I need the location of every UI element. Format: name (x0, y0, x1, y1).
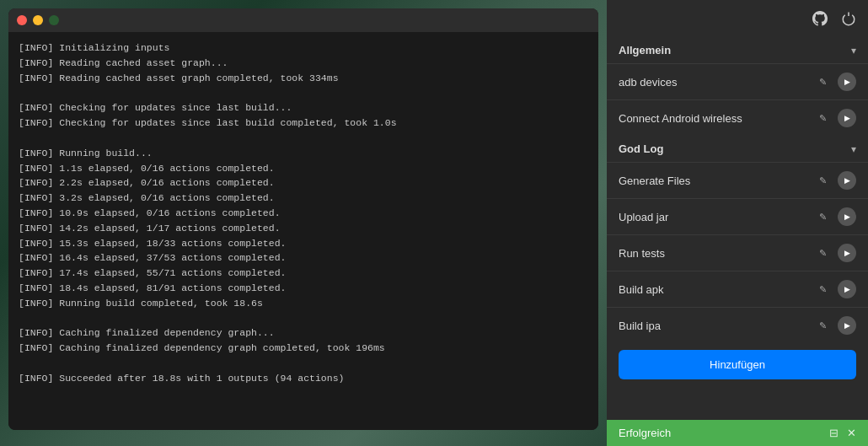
success-text: Erfolgreich (619, 427, 671, 439)
terminal-log-line: [INFO] Checking for updates since last b… (19, 116, 588, 131)
section-allgemein-label: Allgemein (619, 44, 671, 56)
build-ipa-label: Build ipa (619, 320, 814, 332)
terminal-empty-line (19, 311, 588, 326)
minimize-button[interactable] (33, 15, 43, 25)
minimize-icon[interactable]: ⊟ (829, 427, 839, 439)
connect-android-label: Connect Android wireless (619, 112, 814, 125)
section-god-log-label: God Log (619, 142, 663, 155)
sidebar-header (607, 0, 868, 37)
terminal-log-line: [INFO] Initializing inputs (19, 40, 588, 56)
terminal-log-line: [INFO] 16.4s elapsed, 37/53 actions comp… (19, 250, 588, 266)
adb-devices-actions: ✎ ▶ (814, 73, 856, 91)
terminal-log-line: [INFO] Checking for updates since last b… (19, 100, 588, 116)
sidebar-item-adb-devices[interactable]: adb devices ✎ ▶ (607, 63, 868, 99)
terminal-panel: [INFO] Initializing inputs[INFO] Reading… (8, 8, 598, 430)
build-apk-label: Build apk (619, 283, 814, 296)
terminal-log-line: [INFO] Caching finalized dependency grap… (19, 341, 588, 356)
sidebar: Allgemein ▾ adb devices ✎ ▶ Connect Andr… (607, 0, 868, 446)
terminal-log-line: [INFO] 1.1s elapsed, 0/16 actions comple… (19, 161, 588, 176)
terminal-titlebar (8, 8, 598, 32)
section-allgemein[interactable]: Allgemein ▾ (607, 37, 868, 63)
play-icon[interactable]: ▶ (838, 73, 856, 91)
play-icon[interactable]: ▶ (838, 171, 856, 190)
section-god-log[interactable]: God Log ▾ (607, 136, 868, 162)
close-icon[interactable]: ✕ (847, 427, 856, 439)
run-tests-actions: ✎ ▶ (814, 244, 856, 262)
edit-icon[interactable]: ✎ (814, 110, 831, 126)
success-bar: Erfolgreich ⊟ ✕ (607, 420, 868, 446)
terminal-log-line: [INFO] Caching finalized dependency grap… (19, 325, 588, 341)
play-icon[interactable]: ▶ (838, 316, 856, 335)
sidebar-item-upload-jar[interactable]: Upload jar ✎ ▶ (607, 198, 868, 234)
chevron-down-icon: ▾ (851, 143, 856, 155)
chevron-down-icon: ▾ (851, 45, 856, 56)
play-icon[interactable]: ▶ (838, 280, 856, 298)
close-button[interactable] (17, 15, 27, 25)
connect-android-actions: ✎ ▶ (814, 109, 856, 127)
build-ipa-actions: ✎ ▶ (814, 316, 856, 335)
edit-icon[interactable]: ✎ (814, 73, 831, 90)
terminal-log-line: [INFO] 17.4s elapsed, 55/71 actions comp… (19, 266, 588, 281)
terminal-log-line: [INFO] Reading cached asset graph... (19, 56, 588, 71)
terminal-empty-line (19, 356, 588, 371)
edit-icon[interactable]: ✎ (814, 244, 831, 261)
terminal-log-line: [INFO] Succeeded after 18.8s with 1 outp… (19, 371, 588, 386)
power-icon[interactable] (839, 9, 858, 28)
play-icon[interactable]: ▶ (838, 244, 856, 262)
terminal-empty-line (19, 131, 588, 146)
github-icon[interactable] (811, 9, 829, 28)
terminal-empty-line (19, 85, 588, 100)
terminal-log-line: [INFO] Reading cached asset graph comple… (19, 71, 588, 86)
run-tests-label: Run tests (619, 247, 814, 260)
edit-icon[interactable]: ✎ (814, 172, 831, 189)
sidebar-item-build-apk[interactable]: Build apk ✎ ▶ (607, 271, 868, 307)
add-button[interactable]: Hinzufügen (619, 350, 856, 379)
edit-icon[interactable]: ✎ (814, 317, 831, 334)
terminal-log-line: [INFO] 2.2s elapsed, 0/16 actions comple… (19, 175, 588, 191)
success-actions: ⊟ ✕ (829, 427, 856, 439)
build-apk-actions: ✎ ▶ (814, 280, 856, 298)
terminal-log-line: [INFO] 3.2s elapsed, 0/16 actions comple… (19, 191, 588, 206)
sidebar-item-connect-android[interactable]: Connect Android wireless ✎ ▶ (607, 99, 868, 136)
upload-jar-label: Upload jar (619, 211, 814, 223)
maximize-button[interactable] (49, 15, 59, 25)
terminal-log-line: [INFO] 18.4s elapsed, 81/91 actions comp… (19, 281, 588, 296)
sidebar-item-run-tests[interactable]: Run tests ✎ ▶ (607, 234, 868, 271)
sidebar-item-build-ipa[interactable]: Build ipa ✎ ▶ (607, 307, 868, 343)
sidebar-item-generate-files[interactable]: Generate Files ✎ ▶ (607, 162, 868, 198)
generate-files-label: Generate Files (619, 175, 814, 187)
terminal-log-line: [INFO] Running build completed, took 18.… (19, 296, 588, 311)
terminal-log-line: [INFO] Running build... (19, 146, 588, 161)
edit-icon[interactable]: ✎ (814, 208, 831, 225)
terminal-log-line: [INFO] 15.3s elapsed, 18/33 actions comp… (19, 236, 588, 251)
generate-files-actions: ✎ ▶ (814, 171, 856, 190)
play-icon[interactable]: ▶ (838, 109, 856, 127)
terminal-log-line: [INFO] 14.2s elapsed, 1/17 actions compl… (19, 221, 588, 236)
adb-devices-label: adb devices (619, 76, 814, 89)
terminal-log-line: [INFO] 10.9s elapsed, 0/16 actions compl… (19, 206, 588, 221)
terminal-body: [INFO] Initializing inputs[INFO] Reading… (8, 32, 598, 430)
play-icon[interactable]: ▶ (838, 207, 856, 226)
edit-icon[interactable]: ✎ (814, 281, 831, 298)
upload-jar-actions: ✎ ▶ (814, 207, 856, 226)
